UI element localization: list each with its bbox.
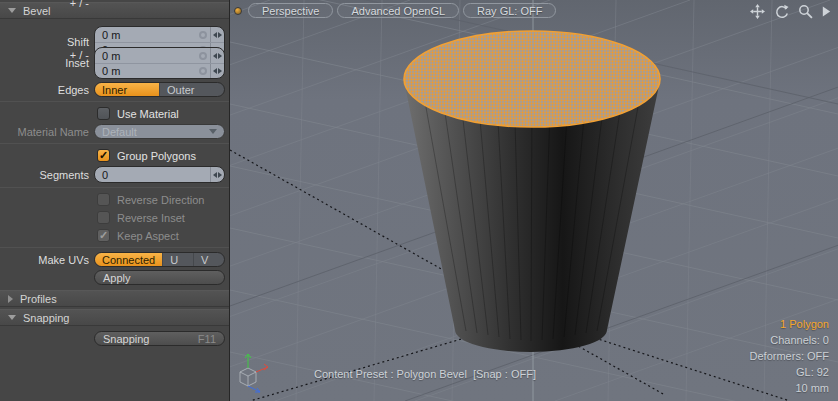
section-title: Snapping (23, 312, 70, 324)
ray-gl-button[interactable]: Ray GL: OFF (463, 3, 556, 18)
viewport-toolbar: Perspective Advanced OpenGL Ray GL: OFF (234, 3, 556, 18)
zoom-icon[interactable] (798, 4, 813, 19)
deformers-state: Deformers: OFF (750, 348, 829, 364)
viewport-info-block: 1 Polygon Channels: 0 Deformers: OFF GL:… (750, 316, 829, 396)
segments-spinner[interactable] (210, 167, 224, 182)
group-polygons-label: Group Polygons (117, 150, 196, 162)
shift-label: Shift (0, 36, 94, 48)
divider (0, 187, 229, 188)
group-polygons-checkbox[interactable] (97, 149, 110, 162)
reverse-direction-checkbox (97, 193, 110, 206)
grid-size: 10 mm (750, 380, 829, 396)
viewport-canvas[interactable] (230, 0, 838, 401)
section-header-profiles[interactable]: Profiles (0, 290, 229, 307)
material-name-dropdown: Default (94, 124, 225, 139)
reverse-inset-label: Reverse Inset (117, 212, 185, 224)
reverse-direction-label: Reverse Direction (117, 194, 204, 206)
inset-spinner[interactable] (210, 48, 224, 63)
material-name-row: Material Name Default (0, 124, 229, 139)
divider (0, 143, 229, 144)
tool-properties-panel: Bevel Shift 0 m 0 m + / - (0, 0, 230, 401)
gl-count: GL: 92 (750, 364, 829, 380)
segments-input[interactable]: 0 (95, 167, 224, 182)
edges-option-inner[interactable]: Inner (95, 83, 160, 96)
viewport-nav-tools (750, 4, 831, 19)
apply-button[interactable]: Apply (94, 270, 225, 285)
collapse-triangle-icon (8, 315, 16, 320)
inset-input[interactable]: 0 m (95, 48, 224, 63)
use-material-checkbox[interactable] (97, 107, 110, 120)
snapping-row: Snapping F11 (0, 331, 229, 346)
channel-circle-icon[interactable] (199, 52, 207, 60)
keep-aspect-checkbox (97, 229, 110, 242)
render-mode-button[interactable]: Advanced OpenGL (337, 3, 459, 18)
material-name-label: Material Name (0, 126, 94, 138)
rotate-icon[interactable] (774, 4, 789, 19)
section-header-snapping[interactable]: Snapping (0, 309, 229, 326)
inset-plusminus-input[interactable]: 0 m (95, 63, 224, 78)
application-window: Bevel Shift 0 m 0 m + / - (0, 0, 838, 401)
make-uvs-option-v[interactable]: V (194, 253, 224, 266)
keep-aspect-row: Keep Aspect (0, 228, 229, 243)
reverse-inset-checkbox (97, 211, 110, 224)
edges-row: Edges Inner Outer (0, 82, 229, 97)
inset-plusminus-label: + / - (0, 49, 94, 61)
shift-plusminus-label: + / - (0, 0, 94, 9)
channels-count: Channels: 0 (750, 332, 829, 348)
make-uvs-label: Make UVs (0, 254, 94, 266)
edges-option-outer[interactable]: Outer (160, 83, 224, 96)
view-mode-button[interactable]: Perspective (248, 3, 333, 18)
selection-count: 1 Polygon (750, 316, 829, 332)
make-uvs-option-u[interactable]: U (163, 253, 194, 266)
use-material-label: Use Material (117, 108, 179, 120)
make-uvs-row: Make UVs Connected U V (0, 252, 229, 267)
viewport-menu-arrow-icon[interactable] (822, 6, 831, 17)
edges-label: Edges (0, 84, 94, 96)
segments-label: Segments (0, 169, 94, 181)
shift-spinner[interactable] (210, 27, 224, 42)
status-text: Content Preset : Polygon Bevel [Snap : O… (314, 368, 536, 380)
apply-row: Apply (0, 270, 229, 285)
use-material-row: Use Material (0, 106, 229, 121)
channel-circle-icon[interactable] (199, 67, 207, 75)
shift-input[interactable]: 0 m (95, 27, 224, 42)
reverse-inset-row: Reverse Inset (0, 210, 229, 225)
viewport-3d[interactable]: Perspective Advanced OpenGL Ray GL: OFF … (230, 0, 838, 401)
keep-aspect-label: Keep Aspect (117, 230, 179, 242)
snapping-button[interactable]: Snapping F11 (94, 331, 225, 346)
make-uvs-option-connected[interactable]: Connected (95, 253, 163, 266)
dropdown-arrow-icon (209, 129, 217, 134)
shortcut-key: F11 (198, 333, 216, 345)
reverse-direction-row: Reverse Direction (0, 192, 229, 207)
pan-icon[interactable] (750, 4, 765, 19)
divider (0, 101, 229, 102)
segments-row: Segments 0 (0, 166, 229, 183)
group-polygons-row: Group Polygons (0, 148, 229, 163)
selected-polygon[interactable] (404, 31, 660, 127)
collapse-triangle-icon (8, 295, 13, 303)
inset-plusminus-spinner[interactable] (210, 64, 224, 78)
divider (0, 247, 229, 248)
viewport-sphere-icon[interactable] (234, 7, 242, 15)
section-title: Profiles (20, 293, 57, 305)
channel-circle-icon[interactable] (199, 31, 207, 39)
